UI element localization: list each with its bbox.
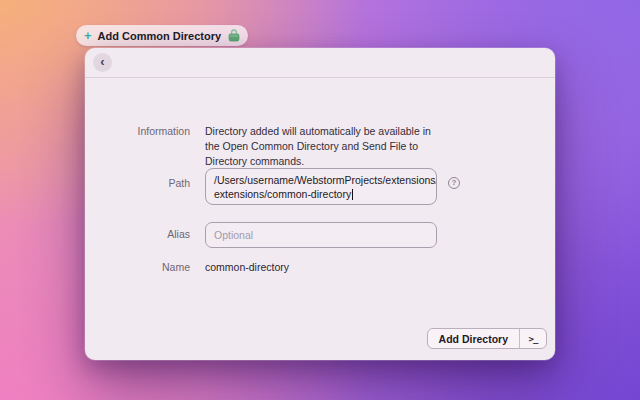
path-value-line-2: extensions/common-directory — [214, 188, 351, 200]
desktop-background: + Add Common Directory ‹ Information Dir… — [0, 0, 640, 400]
alias-row: Alias Optional — [85, 222, 555, 248]
information-text: Directory added will automatically be av… — [205, 124, 437, 169]
chevron-left-icon: ‹ — [100, 55, 104, 68]
back-button[interactable]: ‹ — [93, 53, 112, 72]
command-header-pill[interactable]: + Add Common Directory — [76, 25, 248, 46]
window-header: ‹ — [85, 48, 555, 78]
help-icon[interactable]: ? — [448, 177, 460, 189]
alias-placeholder: Optional — [214, 229, 253, 241]
command-title: Add Common Directory — [98, 30, 221, 42]
actions-button[interactable]: >_ — [520, 329, 546, 348]
alias-input[interactable]: Optional — [205, 222, 437, 248]
dialog-window: ‹ Information Directory added will autom… — [85, 48, 555, 360]
name-label: Name — [85, 261, 190, 273]
add-directory-button[interactable]: Add Directory — [428, 329, 519, 348]
information-row: Information Directory added will automat… — [85, 124, 555, 169]
terminal-prompt-icon: >_ — [529, 334, 538, 344]
lock-icon — [227, 29, 241, 42]
path-input[interactable]: /Users/username/WebstormProjects/extensi… — [205, 168, 437, 205]
name-value: common-directory — [205, 261, 437, 273]
information-label: Information — [85, 124, 190, 137]
form-body: Information Directory added will automat… — [85, 78, 555, 339]
text-cursor — [352, 189, 353, 200]
alias-label: Alias — [85, 222, 190, 240]
path-label: Path — [85, 168, 190, 189]
path-row: Path /Users/username/WebstormProjects/ex… — [85, 168, 555, 205]
footer-action-group: Add Directory >_ — [427, 328, 547, 349]
path-value-line-1: /Users/username/WebstormProjects/extensi… — [214, 173, 428, 187]
name-row: Name common-directory — [85, 261, 555, 273]
plus-icon: + — [84, 29, 92, 42]
